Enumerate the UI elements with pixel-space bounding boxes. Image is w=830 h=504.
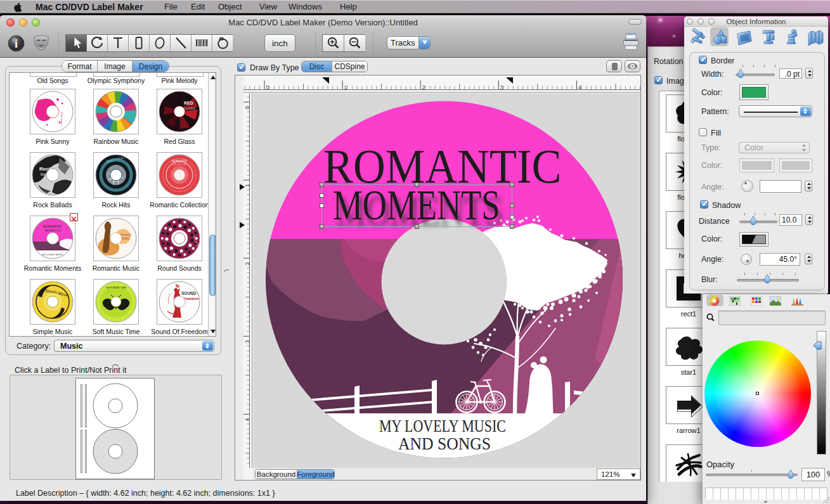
svg-text:0: 0 [244, 106, 250, 109]
svg-text:0: 0 [266, 84, 269, 91]
svg-text:3: 3 [244, 340, 250, 343]
svg-text:2: 2 [244, 262, 250, 265]
svg-text:4: 4 [578, 84, 581, 91]
svg-text:1: 1 [244, 184, 250, 187]
svg-text:3: 3 [500, 84, 503, 91]
svg-text:4: 4 [244, 418, 250, 421]
svg-text:2: 2 [422, 84, 425, 91]
svg-text:1: 1 [344, 84, 347, 91]
